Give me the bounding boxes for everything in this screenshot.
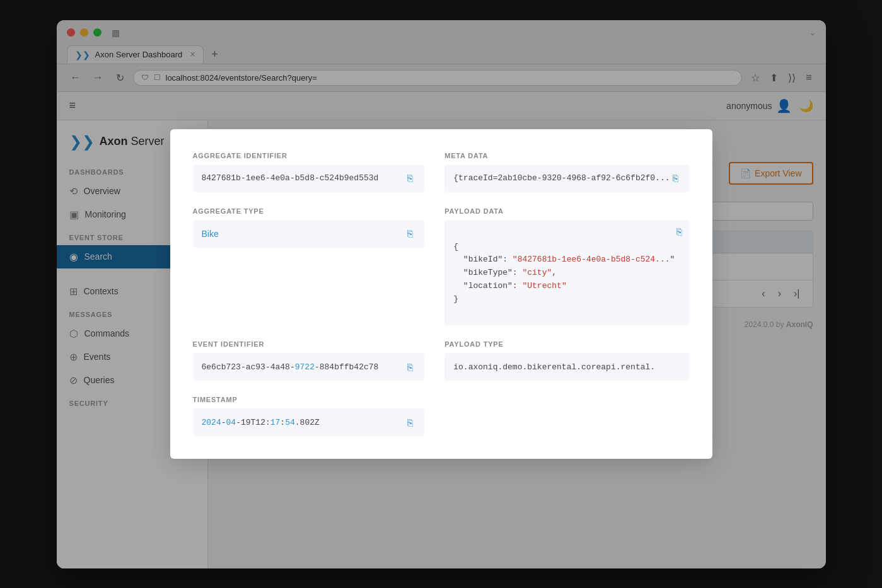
meta-data-copy-button[interactable]: ⎘	[670, 171, 681, 185]
event-id-highlight: 9722	[295, 362, 315, 372]
aggregate-type-label: AGGREGATE TYPE	[193, 207, 425, 215]
modal-overlay[interactable]: AGGREGATE IDENTIFIER 8427681b-1ee6-4e0a-…	[0, 0, 882, 588]
event-identifier-value: 6e6cb723-ac93-4a48-9722-884bffb42c78	[202, 362, 405, 372]
aggregate-type-value: Bike	[202, 229, 219, 239]
aggregate-type-copy-button[interactable]: ⎘	[405, 227, 415, 240]
aggregate-type-box: Bike ⎘	[193, 220, 425, 248]
aggregate-identifier-label: AGGREGATE IDENTIFIER	[193, 152, 425, 159]
payload-data-label: PAYLOAD DATA	[444, 207, 689, 215]
event-identifier-box: 6e6cb723-ac93-4a48-9722-884bffb42c78 ⎘	[193, 353, 425, 381]
timestamp-value: 2024-04-19T12:17:54.802Z	[202, 418, 405, 427]
payload-data-copy-button[interactable]: ⎘	[674, 225, 685, 238]
aggregate-identifier-copy-button[interactable]: ⎘	[405, 171, 415, 185]
aggregate-identifier-box: 8427681b-1ee6-4e0a-b5d8-c524b9ed553d ⎘	[193, 164, 425, 192]
meta-data-group: META DATA {traceId=2ab10cbe-9320-4968-af…	[444, 152, 689, 192]
payload-type-value: io.axoniq.demo.bikerental.coreapi.rental…	[453, 362, 680, 372]
payload-type-box: io.axoniq.demo.bikerental.coreapi.rental…	[444, 353, 689, 381]
timestamp-copy-button[interactable]: ⎘	[405, 416, 415, 429]
event-detail-modal: AGGREGATE IDENTIFIER 8427681b-1ee6-4e0a-…	[170, 129, 712, 459]
payload-type-label: PAYLOAD TYPE	[444, 340, 689, 348]
meta-data-label: META DATA	[444, 152, 689, 159]
meta-data-value: {traceId=2ab10cbe-9320-4968-af92-6c6fb2f…	[453, 173, 670, 183]
event-identifier-copy-button[interactable]: ⎘	[405, 360, 415, 374]
aggregate-identifier-group: AGGREGATE IDENTIFIER 8427681b-1ee6-4e0a-…	[193, 152, 425, 192]
meta-data-box: {traceId=2ab10cbe-9320-4968-af92-6c6fb2f…	[444, 164, 689, 192]
payload-data-group: PAYLOAD DATA ⎘ { "bikeId": "8427681b-1ee…	[444, 207, 689, 326]
timestamp-box: 2024-04-19T12:17:54.802Z ⎘	[193, 408, 425, 436]
aggregate-identifier-value: 8427681b-1ee6-4e0a-b5d8-c524b9ed553d	[202, 173, 405, 183]
timestamp-label: TIMESTAMP	[193, 396, 425, 403]
event-identifier-label: EVENT IDENTIFIER	[193, 340, 425, 348]
event-identifier-group: EVENT IDENTIFIER 6e6cb723-ac93-4a48-9722…	[193, 340, 425, 381]
payload-data-box: ⎘ { "bikeId": "8427681b-1ee6-4e0a-b5d8-c…	[444, 220, 689, 326]
timestamp-group: TIMESTAMP 2024-04-19T12:17:54.802Z ⎘	[193, 396, 425, 436]
payload-content: { "bikeId": "8427681b-1ee6-4e0a-b5d8-c52…	[453, 228, 675, 320]
aggregate-type-group: AGGREGATE TYPE Bike ⎘	[193, 207, 425, 326]
payload-type-group: PAYLOAD TYPE io.axoniq.demo.bikerental.c…	[444, 340, 689, 381]
